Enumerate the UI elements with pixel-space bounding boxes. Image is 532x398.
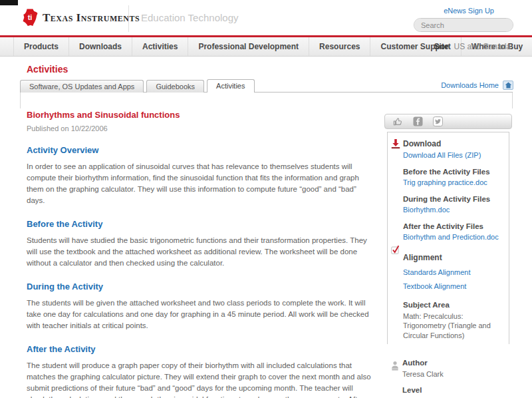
file-group-label: Before the Activity Files <box>403 168 503 176</box>
site-label: Site <box>434 42 449 51</box>
checkbox-check-icon <box>390 244 401 255</box>
header-divider <box>128 5 129 32</box>
download-arrow-icon <box>390 138 401 149</box>
file-link-trig-graphing-practice[interactable]: Trig graphing practice.doc <box>403 178 487 186</box>
thumbs-up-icon[interactable] <box>393 116 403 126</box>
nav-item-activities[interactable]: Activities <box>132 37 188 56</box>
nav-item-resources[interactable]: Resources <box>309 37 370 56</box>
primary-nav: Products Downloads Activities Profession… <box>0 37 532 57</box>
activity-sidebar: Download Download All Files (ZIP) Before… <box>384 114 512 398</box>
author-label: Author <box>402 359 512 367</box>
tab-software-os-updates[interactable]: Software, OS Updates and Apps <box>20 80 144 93</box>
brand-wordmark: Texas Instruments <box>43 9 140 27</box>
site-header: ti Texas Instruments Education Technolog… <box>0 0 532 35</box>
ti-education-page: ti Texas Instruments Education Technolog… <box>0 0 532 398</box>
downloads-home: Downloads Home <box>441 81 513 90</box>
activity-article: Biorhythms and Sinusoidal functions Publ… <box>27 110 374 398</box>
enews-signup-link[interactable]: eNews Sign Up <box>444 7 494 15</box>
file-group-label: After the Activity Files <box>403 222 503 230</box>
download-label: Download <box>403 139 503 148</box>
subject-area-label: Subject Area <box>403 301 503 309</box>
social-share-bar <box>384 114 512 129</box>
tab-bar: Software, OS Updates and Apps Guidebooks… <box>20 79 257 93</box>
nav-item-professional-development[interactable]: Professional Development <box>188 37 309 56</box>
textbook-alignment-link[interactable]: Textbook Alignment <box>403 282 503 290</box>
content-right-edge <box>512 92 513 108</box>
twitter-icon[interactable] <box>433 116 443 126</box>
resources-panel: Download Download All Files (ZIP) Before… <box>387 132 509 344</box>
section-body-during-the-activity: The students will be given the attached … <box>27 298 374 331</box>
section-heading-after-the-activity: After the Activity <box>27 344 374 354</box>
ti-logo-icon: ti <box>22 9 38 27</box>
author-value: Teresa Clark <box>402 370 512 378</box>
tab-guidebooks[interactable]: Guidebooks <box>146 80 204 93</box>
file-link-biorhythm[interactable]: Biorhythm.doc <box>403 206 450 214</box>
site-region: US and Canada <box>454 42 511 51</box>
file-group-after: After the Activity Files Biorhythm and P… <box>403 222 503 241</box>
file-group-label: During the Activity Files <box>403 195 503 203</box>
section-body-after-the-activity: The student will produce a graph paper c… <box>27 360 374 398</box>
content-left-edge <box>20 92 21 108</box>
downloads-home-link[interactable]: Downloads Home <box>441 81 499 89</box>
section-body-activity-overview: In order to see an application of sinuso… <box>27 161 374 206</box>
screen-corner-artifact <box>0 0 18 5</box>
section-heading-before-the-activity: Before the Activity <box>27 219 374 229</box>
file-group-during: During the Activity Files Biorhythm.doc <box>403 195 503 214</box>
tab-activities[interactable]: Activities <box>207 79 254 93</box>
published-date: Published on 10/22/2006 <box>27 124 374 132</box>
file-link-biorhythm-and-prediction[interactable]: Biorhythm and Prediction.doc <box>403 233 499 241</box>
page-title: Activities <box>27 64 68 75</box>
svg-text:ti: ti <box>28 13 33 21</box>
section-heading-activity-overview: Activity Overview <box>27 145 374 155</box>
facebook-icon[interactable] <box>413 116 423 126</box>
alignment-block: Alignment Standards Alignment Textbook A… <box>403 253 503 290</box>
activity-meta: Author Teresa Clark Level 9-12 Activity … <box>387 344 512 398</box>
file-group-before: Before the Activity Files Trig graphing … <box>403 168 503 186</box>
section-heading-during-the-activity: During the Activity <box>27 282 374 292</box>
download-all-files-link[interactable]: Download All Files (ZIP) <box>403 151 481 159</box>
person-icon <box>390 360 400 371</box>
level-label: Level <box>402 386 512 394</box>
subject-area-value: Math: Precalculus: Trigonometry (Triangl… <box>403 311 503 340</box>
home-icon[interactable] <box>503 81 513 90</box>
article-title: Biorhythms and Sinusoidal functions <box>27 110 374 120</box>
nav-item-downloads[interactable]: Downloads <box>69 37 132 56</box>
division-title: Education Technology <box>141 12 239 23</box>
nav-item-products[interactable]: Products <box>13 37 69 56</box>
section-body-before-the-activity: Students will have studied the basic tri… <box>27 235 374 269</box>
ti-logo-group[interactable]: ti Texas Instruments <box>22 9 140 27</box>
search-box: » <box>414 18 513 32</box>
subject-area-block: Subject Area Math: Precalculus: Trigonom… <box>403 301 503 340</box>
site-selector[interactable]: SiteUS and Canada <box>434 37 511 56</box>
standards-alignment-link[interactable]: Standards Alignment <box>403 268 503 276</box>
alignment-label: Alignment <box>403 253 503 262</box>
search-input[interactable] <box>414 19 513 31</box>
